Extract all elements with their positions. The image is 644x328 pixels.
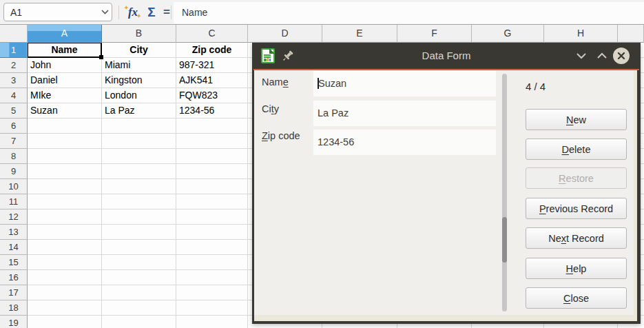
column-header-A[interactable]: A <box>28 25 102 43</box>
dialog-titlebar[interactable]: Data Form <box>252 43 641 69</box>
column-header-H[interactable]: H <box>544 25 618 43</box>
row-header-4[interactable]: 4 <box>0 88 28 103</box>
row-header-3[interactable]: 3 <box>0 73 28 88</box>
field-input-city[interactable]: La Paz <box>313 101 496 126</box>
field-input-zip-code[interactable]: 1234-56 <box>313 130 496 155</box>
name-box[interactable]: A1 <box>3 3 112 21</box>
previous-record-button[interactable]: Previous Record <box>526 198 627 219</box>
formula-input-value: Name <box>174 2 644 23</box>
row-header-17[interactable]: 17 <box>0 285 28 300</box>
formula-toolbar: A1 fx✦✦ Σ = Name <box>0 0 644 25</box>
column-header-E[interactable]: E <box>322 25 397 43</box>
row-header-8[interactable]: 8 <box>0 149 28 164</box>
column-header-partial[interactable] <box>618 25 644 43</box>
select-all-corner[interactable] <box>0 25 28 43</box>
table-cell[interactable]: 1234-56 <box>176 103 247 119</box>
row-header-7[interactable]: 7 <box>0 134 28 149</box>
column-header-D[interactable]: D <box>248 25 322 43</box>
column-headers: ABCDEFGH <box>0 25 644 43</box>
close-icon[interactable] <box>613 48 630 64</box>
row-header-10[interactable]: 10 <box>0 179 28 194</box>
new-button[interactable]: New <box>526 109 627 130</box>
table-cell[interactable]: MIke <box>28 88 101 103</box>
pin-icon[interactable] <box>281 49 295 63</box>
roll-up-icon[interactable] <box>596 52 607 60</box>
cell-cursor <box>27 42 102 58</box>
equals-formula-icon[interactable]: = <box>160 3 174 21</box>
row-header-15[interactable]: 15 <box>0 255 28 270</box>
restore-button: Restore <box>526 167 627 189</box>
row-header-13[interactable]: 13 <box>0 225 28 240</box>
name-box-value: A1 <box>4 7 98 18</box>
row-header-1[interactable]: 1 <box>0 43 28 58</box>
dialog-body: NameSuzanCityLa PazZip code1234-56 4 / 4… <box>254 70 634 315</box>
row-header-12[interactable]: 12 <box>0 209 28 225</box>
delete-button[interactable]: Delete <box>526 139 627 160</box>
sum-icon[interactable]: Σ <box>143 3 160 21</box>
libreoffice-calc-window: A1 fx✦✦ Σ = Name NameCityZip codeJohnMia… <box>0 0 644 328</box>
row-header-18[interactable]: 18 <box>0 300 28 316</box>
grid-line <box>247 43 248 328</box>
table-cell[interactable]: Daniel <box>28 73 101 88</box>
help-button[interactable]: Help <box>526 258 627 279</box>
column-header-B[interactable]: B <box>102 25 176 43</box>
row-header-6[interactable]: 6 <box>0 119 28 134</box>
field-input-name[interactable]: Suzan <box>313 71 496 96</box>
table-cell[interactable]: London <box>102 88 176 103</box>
table-cell[interactable]: AJK541 <box>176 73 247 88</box>
column-header-G[interactable]: G <box>472 25 544 43</box>
record-counter: 4 / 4 <box>526 81 546 92</box>
row-header-2[interactable]: 2 <box>0 58 28 73</box>
row-header-14[interactable]: 14 <box>0 240 28 255</box>
data-form-dialog: Data Form <box>252 43 641 324</box>
toolbar-separator <box>118 6 119 19</box>
next-record-button[interactable]: Next Record <box>526 227 627 249</box>
table-cell[interactable]: 987-321 <box>176 58 247 73</box>
table-cell[interactable]: Suzan <box>28 103 101 119</box>
table-header-cell[interactable]: Zip code <box>176 43 247 58</box>
roll-down-icon[interactable] <box>576 52 587 60</box>
table-header-cell[interactable]: City <box>102 43 176 58</box>
fill-handle[interactable] <box>99 55 103 59</box>
row-header-5[interactable]: 5 <box>0 103 28 119</box>
function-wizard-icon[interactable]: fx✦✦ <box>124 3 142 21</box>
column-header-C[interactable]: C <box>176 25 248 43</box>
toolbar-separator <box>171 6 172 19</box>
field-label-city: City <box>262 103 279 114</box>
close-button[interactable]: Close <box>526 287 627 309</box>
scrollbar-thumb[interactable] <box>502 217 507 263</box>
table-cell[interactable]: Miami <box>102 58 176 73</box>
column-header-F[interactable]: F <box>397 25 472 43</box>
field-label-name: Name <box>262 76 289 88</box>
table-cell[interactable]: John <box>28 58 101 73</box>
text-caret <box>318 78 319 89</box>
dialog-scrollbar[interactable] <box>502 74 507 311</box>
calc-document-icon <box>260 48 276 64</box>
name-box-dropdown-icon[interactable] <box>98 10 112 14</box>
table-cell[interactable]: Kingston <box>102 73 176 88</box>
table-cell[interactable]: FQW823 <box>176 88 247 103</box>
row-header-16[interactable]: 16 <box>0 270 28 285</box>
table-cell[interactable]: La Paz <box>102 103 176 119</box>
row-header-19[interactable]: 19 <box>0 316 28 328</box>
formula-input[interactable]: Name <box>174 2 644 23</box>
field-label-zip-code: Zip code <box>262 130 300 141</box>
row-header-9[interactable]: 9 <box>0 164 28 179</box>
row-header-11[interactable]: 11 <box>0 194 28 209</box>
row-headers: 12345678910111213141516171819 <box>0 43 28 328</box>
